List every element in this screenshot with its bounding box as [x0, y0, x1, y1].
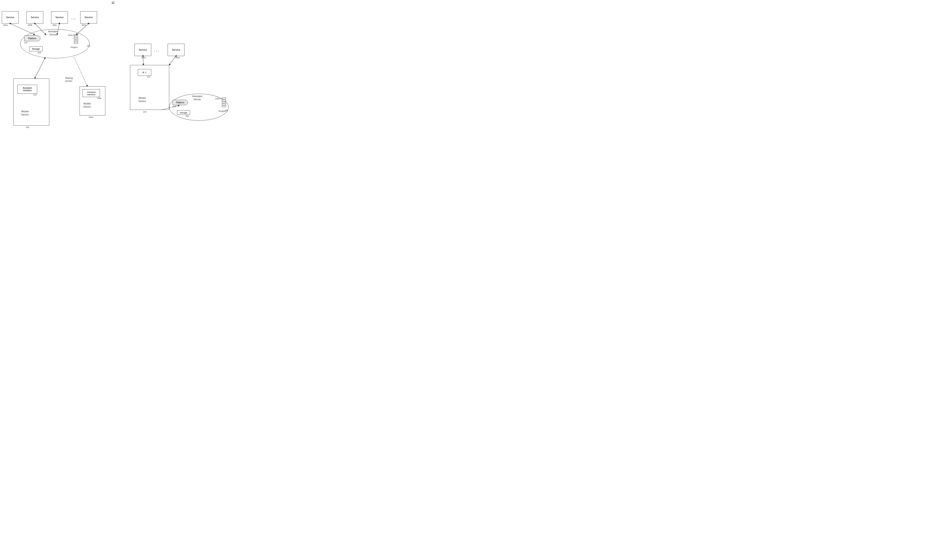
ref-300a: 300a	[3, 24, 8, 26]
ref-100-right: 100	[143, 111, 146, 113]
service-box-r-300n: Service	[168, 44, 185, 56]
assistant-server-label: AssistantServer	[48, 30, 58, 36]
service-box-300a: Service	[2, 11, 18, 24]
service-box-r-300a: Service	[135, 44, 151, 56]
svg-line-7	[74, 57, 88, 86]
ref-r-300a: 300a	[141, 56, 146, 59]
plugins-label-right: Plugins	[218, 110, 225, 112]
plugins-label-left: Plugins	[71, 46, 77, 48]
ref-200: 200	[87, 45, 90, 47]
ref-100: 100	[26, 126, 29, 129]
storage-box-right: Storage	[177, 110, 190, 115]
ref-100a: 100a	[89, 116, 93, 118]
ref-250-left: 250	[38, 51, 41, 54]
ref-250-right: 250	[186, 115, 189, 117]
ref-300c: 300c	[53, 24, 57, 26]
ref-210-right: 210	[172, 105, 176, 107]
assistant-server-label-right: AssistantServer	[192, 95, 202, 101]
page-number: 10	[112, 1, 114, 4]
ref-110a: 110a	[97, 97, 101, 99]
platform-shape-right: Platform	[172, 100, 188, 105]
ref-110: 110	[33, 94, 36, 96]
platform-shape-left: Platform	[24, 35, 40, 41]
ref-220an-left: 220a-n	[68, 34, 74, 36]
assistant-interface-box-1: AssistantInterface	[18, 85, 37, 94]
diagram-container: 10 Service 300a Service 300b Service 300…	[0, 0, 232, 140]
service-box-300b: Service	[26, 11, 43, 24]
dots-right: . . .	[154, 48, 159, 52]
sharing-access-label: Sharingaccess	[65, 77, 73, 83]
ref-300b: 300b	[28, 24, 32, 26]
ref-300n: 300n	[82, 24, 86, 26]
assistant-interface-box-2: AssistantInterface	[82, 89, 100, 97]
ai-box-right: A. I.	[138, 69, 151, 76]
service-box-300c: Service	[51, 11, 68, 24]
ref-110-right: 110	[147, 76, 150, 78]
dots-left: . . .	[71, 16, 76, 20]
plugins-stack-left	[74, 34, 78, 44]
svg-line-6	[35, 58, 45, 79]
ref-210-left: 210	[24, 41, 27, 44]
svg-line-9	[169, 56, 176, 65]
mobile-device-right-label: MobileDevice	[139, 96, 146, 103]
storage-box-left: Storage	[29, 46, 42, 51]
mobile-device-1-label: MobileDevice	[21, 110, 29, 117]
service-box-300n: Service	[80, 11, 97, 24]
mobile-device-2-label: MobileDevice	[83, 102, 91, 109]
ref-r-300n: 300n	[175, 56, 180, 59]
ref-220an-right: 220a-n	[215, 97, 221, 100]
plugins-stack-right	[222, 97, 226, 107]
